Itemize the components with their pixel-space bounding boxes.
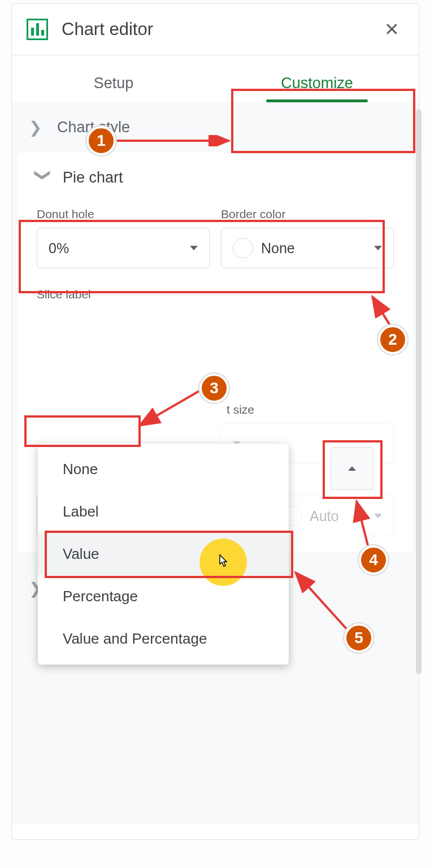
cursor-highlight xyxy=(199,539,247,586)
menu-item-percentage[interactable]: Percentage xyxy=(38,575,289,618)
slice-label-label: Slice label xyxy=(37,288,394,301)
annotation-badge-2: 2 xyxy=(378,325,407,354)
chevron-down-icon: ❯ xyxy=(34,168,53,185)
border-color-select[interactable]: None xyxy=(221,228,394,268)
menu-item-value-and-percentage[interactable]: Value and Percentage xyxy=(38,618,289,660)
menu-item-label[interactable]: Label xyxy=(38,491,289,533)
menu-item-value[interactable]: Value xyxy=(38,533,289,575)
chart-icon xyxy=(27,19,48,40)
chevron-down-icon xyxy=(190,246,198,250)
chevron-right-icon: ❯ xyxy=(29,118,46,137)
border-color-value: None xyxy=(261,240,374,257)
chevron-up-icon xyxy=(348,466,356,471)
donut-hole-label: Donut hole xyxy=(37,207,210,221)
panel-title: Chart editor xyxy=(62,19,380,40)
stepper-up-button[interactable] xyxy=(331,447,373,490)
tab-bar: Setup Customize xyxy=(12,55,419,102)
annotation-badge-4: 4 xyxy=(359,545,388,575)
section-pie-chart[interactable]: ❯ Pie chart xyxy=(18,153,413,203)
font-size-label-partial: t size xyxy=(227,403,394,416)
annotation-badge-3: 3 xyxy=(199,374,229,403)
donut-hole-value: 0% xyxy=(49,240,190,257)
menu-item-none[interactable]: None xyxy=(38,448,289,491)
panel-header: Chart editor ✕ xyxy=(12,4,419,55)
close-icon[interactable]: ✕ xyxy=(380,16,404,42)
color-swatch xyxy=(233,238,253,258)
tab-setup[interactable]: Setup xyxy=(12,68,215,102)
annotation-badge-1: 1 xyxy=(86,126,116,155)
scrollbar-thumb[interactable] xyxy=(416,109,422,674)
donut-hole-select[interactable]: 0% xyxy=(37,228,210,268)
tab-customize[interactable]: Customize xyxy=(215,68,419,102)
annotation-badge-5: 5 xyxy=(344,623,373,653)
slice-label-menu: None Label Value Percentage Value and Pe… xyxy=(38,444,289,665)
text-color-value: Auto xyxy=(310,508,374,524)
chevron-down-icon xyxy=(374,246,382,250)
section-title: Pie chart xyxy=(63,169,123,186)
chart-editor-panel: Chart editor ✕ Setup Customize ❯ Chart s… xyxy=(11,3,419,840)
border-color-label: Border color xyxy=(221,207,394,221)
section-chart-style[interactable]: ❯ Chart style xyxy=(12,102,419,153)
chevron-down-icon xyxy=(374,514,382,518)
